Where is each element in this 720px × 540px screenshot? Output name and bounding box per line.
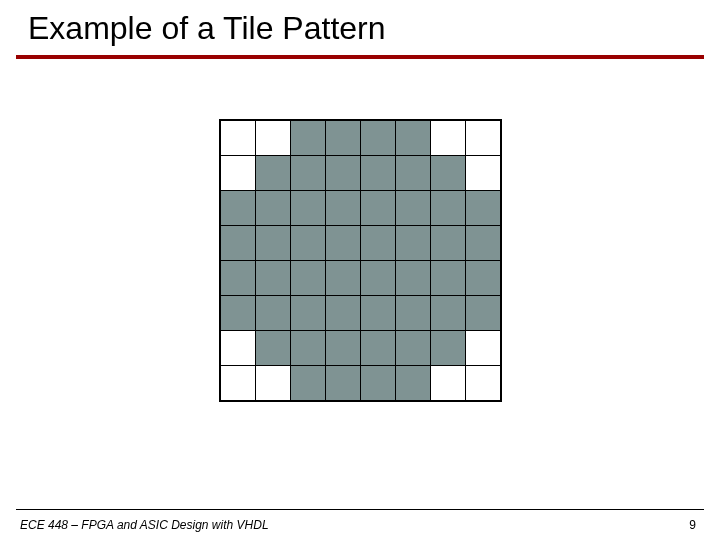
tile-cell: [291, 226, 325, 260]
tile-cell: [361, 296, 395, 330]
tile-cell: [326, 156, 360, 190]
tile-cell: [256, 191, 290, 225]
tile-cell: [326, 331, 360, 365]
tile-cell: [361, 191, 395, 225]
tile-cell: [256, 296, 290, 330]
tile-cell: [361, 366, 395, 400]
tile-cell: [291, 156, 325, 190]
tile-cell: [466, 121, 500, 155]
tile-cell: [256, 331, 290, 365]
tile-cell: [431, 121, 465, 155]
tile-cell: [221, 156, 255, 190]
tile-cell: [291, 296, 325, 330]
tile-cell: [221, 366, 255, 400]
tile-cell: [291, 191, 325, 225]
tile-cell: [396, 191, 430, 225]
tile-cell: [431, 366, 465, 400]
tile-cell: [396, 261, 430, 295]
tile-cell: [431, 261, 465, 295]
tile-cell: [431, 331, 465, 365]
tile-cell: [221, 226, 255, 260]
tile-cell: [326, 366, 360, 400]
tile-cell: [466, 156, 500, 190]
tile-cell: [291, 121, 325, 155]
tile-cell: [256, 226, 290, 260]
tile-cell: [396, 296, 430, 330]
tile-cell: [431, 226, 465, 260]
tile-cell: [466, 296, 500, 330]
tile-cell: [361, 331, 395, 365]
tile-cell: [361, 121, 395, 155]
tile-cell: [396, 226, 430, 260]
tile-cell: [326, 191, 360, 225]
tile-cell: [221, 191, 255, 225]
tile-cell: [221, 121, 255, 155]
tile-cell: [326, 296, 360, 330]
tile-cell: [326, 226, 360, 260]
tile-cell: [431, 156, 465, 190]
tile-cell: [256, 121, 290, 155]
tile-cell: [396, 156, 430, 190]
tile-cell: [361, 261, 395, 295]
tile-cell: [221, 296, 255, 330]
footer-text: ECE 448 – FPGA and ASIC Design with VHDL: [20, 518, 269, 532]
tile-cell: [256, 156, 290, 190]
tile-cell: [396, 121, 430, 155]
slide-title: Example of a Tile Pattern: [0, 0, 720, 55]
tile-cell: [221, 331, 255, 365]
tile-cell: [466, 191, 500, 225]
page-number: 9: [689, 518, 696, 532]
tile-cell: [291, 331, 325, 365]
tile-cell: [466, 331, 500, 365]
content-area: [0, 59, 720, 402]
tile-cell: [466, 261, 500, 295]
tile-cell: [361, 156, 395, 190]
tile-cell: [396, 331, 430, 365]
tile-cell: [326, 261, 360, 295]
tile-cell: [291, 366, 325, 400]
tile-cell: [431, 296, 465, 330]
tile-cell: [361, 226, 395, 260]
tile-cell: [396, 366, 430, 400]
tile-cell: [466, 366, 500, 400]
tile-cell: [326, 121, 360, 155]
tile-pattern-grid: [219, 119, 502, 402]
tile-cell: [256, 366, 290, 400]
footer-divider: [16, 509, 704, 510]
tile-cell: [221, 261, 255, 295]
tile-cell: [431, 191, 465, 225]
tile-cell: [256, 261, 290, 295]
tile-cell: [291, 261, 325, 295]
tile-cell: [466, 226, 500, 260]
